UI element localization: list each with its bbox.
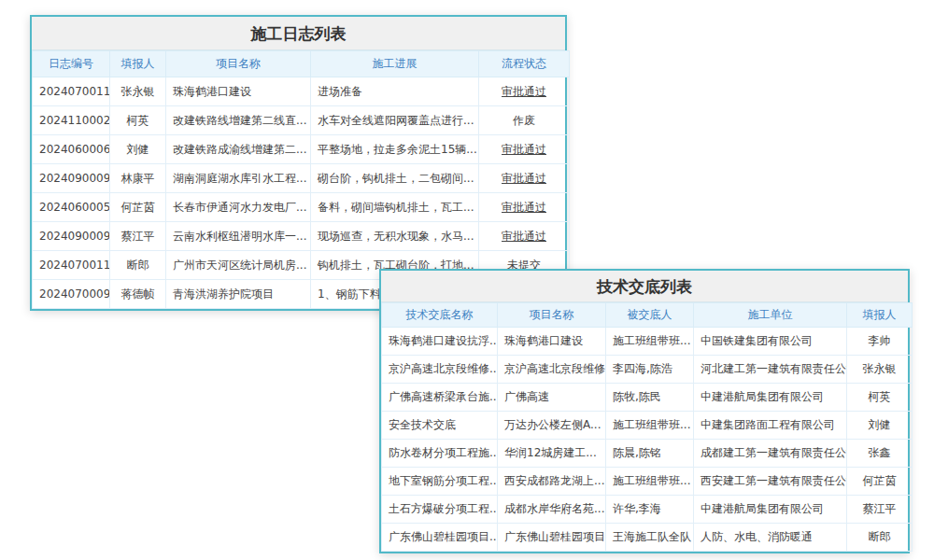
reporter-link[interactable]: 李帅: [847, 328, 913, 356]
project-link[interactable]: 青海洪湖养护院项目: [166, 280, 311, 309]
unit-text: 人防、水电、消防暖通: [694, 524, 847, 552]
progress-text: 进场准备: [311, 77, 479, 106]
unit-text: 中国铁建集团有限公司: [694, 328, 847, 356]
project-link[interactable]: 云南水利枢纽潜明水库一...: [166, 222, 311, 251]
status-badge[interactable]: 审批通过: [479, 77, 570, 106]
disclosure-name-link[interactable]: 防水卷材分项工程施...: [382, 440, 498, 468]
project-link[interactable]: 万达办公楼左侧A...: [498, 412, 606, 440]
table-row: 2024070011 张永银 珠海鹤港口建设 进场准备 审批通过: [33, 77, 570, 106]
log-id-link[interactable]: 2024070011: [33, 77, 110, 106]
disclosure-name-link[interactable]: 京沪高速北京段维修...: [382, 356, 498, 384]
reporter-link[interactable]: 蒋德帧: [110, 280, 166, 309]
table-row: 2024110002 柯英 改建铁路线增建第二线直... 水车对全线遮阳网覆盖点…: [33, 106, 570, 135]
col-header-person: 被交底人: [606, 303, 694, 328]
table-row: 地下室钢筋分项工程... 西安成都路龙湖上... 施工班组带班... 西安建工第…: [382, 468, 913, 496]
table-row: 安全技术交底 万达办公楼左侧A... 施工班组带班... 中建集团路面工程有限公…: [382, 412, 913, 440]
log-id-link[interactable]: 2024090009: [33, 222, 110, 251]
project-link[interactable]: 珠海鹤港口建设: [498, 328, 606, 356]
disclosure-name-link[interactable]: 广佛高速桥梁承台施...: [382, 384, 498, 412]
project-link[interactable]: 湖南洞庭湖水库引水工程...: [166, 164, 311, 193]
construction-log-title: 施工日志列表: [32, 17, 565, 50]
technical-disclosure-table: 技术交底名称 项目名称 被交底人 施工单位 填报人 珠海鹤港口建设抗浮... 珠…: [381, 302, 913, 552]
status-badge[interactable]: 审批通过: [479, 222, 570, 251]
reporter-link[interactable]: 刘健: [110, 135, 166, 164]
status-badge[interactable]: 审批通过: [479, 193, 570, 222]
col-header-unit: 施工单位: [694, 303, 847, 328]
log-id-link[interactable]: 2024060005: [33, 193, 110, 222]
project-link[interactable]: 珠海鹤港口建设: [166, 77, 311, 106]
project-link[interactable]: 西安成都路龙湖上...: [498, 468, 606, 496]
reporter-link[interactable]: 何芷茵: [110, 193, 166, 222]
construction-log-panel: 施工日志列表 日志编号 填报人 项目名称 施工进展 流程状态 202407001…: [30, 15, 567, 311]
col-header-reporter: 填报人: [847, 303, 913, 328]
col-header-reporter: 填报人: [110, 51, 166, 77]
project-link[interactable]: 广州市天河区统计局机房...: [166, 251, 311, 280]
log-id-link[interactable]: 2024070011: [33, 251, 110, 280]
screen: 施工日志列表 日志编号 填报人 项目名称 施工进展 流程状态 202407001…: [0, 0, 934, 560]
reporter-link[interactable]: 张鑫: [847, 440, 913, 468]
project-link[interactable]: 广东佛山碧桂园项目: [498, 524, 606, 552]
table-row: 2024090009 林康平 湖南洞庭湖水库引水工程... 砌台阶，钩机排土，二…: [33, 164, 570, 193]
log-header-row: 日志编号 填报人 项目名称 施工进展 流程状态: [33, 51, 570, 77]
status-badge[interactable]: 作废: [479, 106, 570, 135]
person-text: 施工班组带班...: [606, 468, 694, 496]
reporter-link[interactable]: 何芷茵: [847, 468, 913, 496]
progress-text: 水车对全线遮阳网覆盖点进行...: [311, 106, 479, 135]
project-link[interactable]: 京沪高速北京段维修: [498, 356, 606, 384]
table-row: 京沪高速北京段维修... 京沪高速北京段维修 李四海,陈浩 河北建工第一建筑有限…: [382, 356, 913, 384]
project-link[interactable]: 改建铁路线增建第二线直...: [166, 106, 311, 135]
disclosure-name-link[interactable]: 安全技术交底: [382, 412, 498, 440]
technical-disclosure-panel: 技术交底列表 技术交底名称 项目名称 被交底人 施工单位 填报人 珠海鹤港口建设…: [379, 269, 910, 553]
reporter-link[interactable]: 林康平: [110, 164, 166, 193]
disclosure-name-link[interactable]: 珠海鹤港口建设抗浮...: [382, 328, 498, 356]
disclosure-name-link[interactable]: 广东佛山碧桂园项目...: [382, 524, 498, 552]
table-row: 广东佛山碧桂园项目... 广东佛山碧桂园项目 王海施工队全队 人防、水电、消防暖…: [382, 524, 913, 552]
table-row: 广佛高速桥梁承台施... 广佛高速 陈牧,陈民 中建港航局集团有限公司 柯英: [382, 384, 913, 412]
project-link[interactable]: 长春市伊通河水力发电厂...: [166, 193, 311, 222]
person-text: 王海施工队全队: [606, 524, 694, 552]
col-header-status: 流程状态: [479, 51, 570, 77]
log-id-link[interactable]: 2024110002: [33, 106, 110, 135]
progress-text: 现场巡查，无积水现象，水马...: [311, 222, 479, 251]
disclosure-name-link[interactable]: 土石方爆破分项工程...: [382, 496, 498, 524]
col-header-project: 项目名称: [498, 303, 606, 328]
project-link[interactable]: 广佛高速: [498, 384, 606, 412]
project-link[interactable]: 改建铁路成渝线增建第二...: [166, 135, 311, 164]
person-text: 许华,李海: [606, 496, 694, 524]
project-link[interactable]: 华润12城房建工...: [498, 440, 606, 468]
person-text: 施工班组带班...: [606, 412, 694, 440]
table-row: 2024090009 蔡江平 云南水利枢纽潜明水库一... 现场巡查，无积水现象…: [33, 222, 570, 251]
unit-text: 中建港航局集团有限公司: [694, 384, 847, 412]
status-badge[interactable]: 审批通过: [479, 135, 570, 164]
col-header-log-id: 日志编号: [33, 51, 110, 77]
disclosure-name-link[interactable]: 地下室钢筋分项工程...: [382, 468, 498, 496]
reporter-link[interactable]: 张永银: [110, 77, 166, 106]
reporter-link[interactable]: 断郎: [110, 251, 166, 280]
person-text: 陈晨,陈铭: [606, 440, 694, 468]
log-id-link[interactable]: 2024070009: [33, 280, 110, 309]
reporter-link[interactable]: 柯英: [847, 384, 913, 412]
status-badge[interactable]: 审批通过: [479, 164, 570, 193]
project-link[interactable]: 成都水岸华府名苑...: [498, 496, 606, 524]
reporter-link[interactable]: 张永银: [847, 356, 913, 384]
table-row: 珠海鹤港口建设抗浮... 珠海鹤港口建设 施工班组带班... 中国铁建集团有限公…: [382, 328, 913, 356]
progress-text: 砌台阶，钩机排土，二包砌间...: [311, 164, 479, 193]
progress-text: 备料，砌间墙钩机排土，瓦工...: [311, 193, 479, 222]
reporter-link[interactable]: 蔡江平: [110, 222, 166, 251]
reporter-link[interactable]: 断郎: [847, 524, 913, 552]
unit-text: 中建集团路面工程有限公司: [694, 412, 847, 440]
unit-text: 中建港航局集团有限公司: [694, 496, 847, 524]
col-header-progress: 施工进展: [311, 51, 479, 77]
col-header-disclosure-name: 技术交底名称: [382, 303, 498, 328]
person-text: 李四海,陈浩: [606, 356, 694, 384]
reporter-link[interactable]: 柯英: [110, 106, 166, 135]
log-id-link[interactable]: 2024090009: [33, 164, 110, 193]
log-id-link[interactable]: 2024060006: [33, 135, 110, 164]
unit-text: 成都建工第一建筑有限责任公司: [694, 440, 847, 468]
table-row: 2024060005 何芷茵 长春市伊通河水力发电厂... 备料，砌间墙钩机排土…: [33, 193, 570, 222]
technical-disclosure-title: 技术交底列表: [381, 271, 908, 302]
reporter-link[interactable]: 刘健: [847, 412, 913, 440]
col-header-project: 项目名称: [166, 51, 311, 77]
progress-text: 平整场地，拉走多余泥土15辆...: [311, 135, 479, 164]
reporter-link[interactable]: 蔡江平: [847, 496, 913, 524]
